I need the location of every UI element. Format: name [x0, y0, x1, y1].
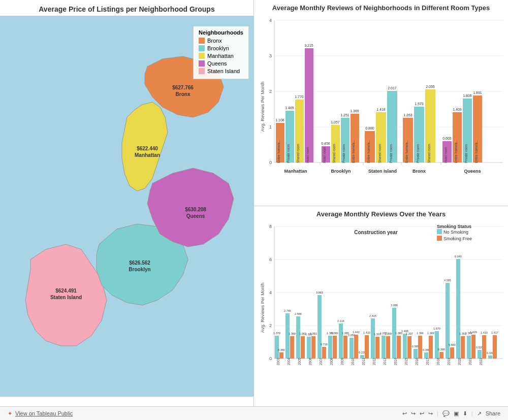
svg-text:0.456: 0.456 [321, 142, 330, 145]
svg-text:1.410: 1.410 [363, 331, 370, 334]
bottom-chart-title: Average Monthly Reviews Over the Years [257, 210, 505, 219]
bar-2019-nosmoking [446, 283, 450, 359]
svg-text:0: 0 [269, 160, 272, 165]
left-panel: Average Price of Listings per Neighborho… [0, 0, 254, 406]
top-chart-title: Average Monthly Reviews of Neighborhoods… [257, 4, 505, 13]
svg-text:3: 3 [269, 53, 272, 58]
top-y-axis-label: Avg. Reviews Per Month [260, 82, 265, 132]
svg-text:3.863: 3.863 [316, 291, 323, 294]
svg-text:2017: 2017 [426, 358, 429, 365]
svg-text:Hotel room: Hotel room [306, 147, 309, 163]
brooklyn-name-label: Brooklyn [129, 267, 150, 272]
svg-text:3.088: 3.088 [391, 304, 398, 307]
undo-icon[interactable]: ↩ [402, 410, 407, 417]
bar-2020-smokingfree [461, 336, 465, 359]
legend-item-staten: Staten Island [199, 68, 243, 74]
svg-text:1.263: 1.263 [403, 113, 412, 117]
legend-item-brooklyn: Brooklyn [199, 45, 243, 51]
share-label[interactable]: Share [486, 410, 500, 416]
smoking-free-legend-label: Smoking Free [443, 236, 472, 241]
bronx-label: Bronx [207, 38, 222, 44]
staten-color [199, 68, 205, 74]
tableau-link[interactable]: View on Tableau Public [15, 410, 73, 416]
svg-text:1.108: 1.108 [275, 118, 284, 122]
right-panel: Average Monthly Reviews of Neighborhoods… [254, 0, 508, 406]
staten-group-label: Staten Island [368, 169, 397, 174]
present-icon[interactable]: ▣ [454, 410, 459, 417]
bottom-bar-chart-svg: Avg. Reviews Per Month 0 2 4 6 8 [259, 221, 508, 402]
bar-2014-smokingfree [397, 336, 401, 359]
svg-text:2.746: 2.746 [284, 309, 291, 312]
svg-text:0.388: 0.388 [438, 348, 445, 351]
no-smoking-legend-color [437, 229, 442, 234]
svg-text:2.114: 2.114 [337, 319, 344, 322]
svg-text:1.359: 1.359 [385, 332, 392, 335]
manhattan-name-label: Manhattan [135, 152, 160, 158]
top-chart: Average Monthly Reviews of Neighborhoods… [254, 0, 508, 206]
top-bar-chart-svg: Avg. Reviews Per Month 0 1 [259, 15, 508, 196]
queens-price-label: $630.208 [185, 207, 206, 212]
bar-after-smokingfree [493, 335, 497, 359]
footer: ✦ View on Tableau Public ↩ ↪ ↩ ↪ | 💬 ▣ ⬇… [0, 406, 508, 420]
svg-text:1.369: 1.369 [350, 109, 359, 113]
construction-year-label: Construction year [354, 230, 398, 235]
svg-text:2011: 2011 [362, 358, 365, 365]
queens-label: Queens [207, 60, 227, 67]
queens-color [199, 60, 205, 67]
no-smoking-legend-label: No Smoking [443, 230, 468, 235]
svg-text:Entire home/a...: Entire home/a... [277, 140, 280, 163]
svg-text:0.718: 0.718 [321, 343, 328, 346]
svg-text:1.573: 1.573 [415, 102, 424, 106]
smoking-free-legend-color [437, 236, 442, 241]
bar-2018-nosmoking [435, 331, 439, 359]
download-icon[interactable]: ⬇ [463, 410, 467, 417]
redo-icon[interactable]: ↪ [411, 410, 416, 417]
bar-2013-smokingfree [386, 336, 390, 359]
bar-2017-smokingfree [429, 336, 433, 359]
bar-2010-smokingfree [354, 335, 358, 359]
bar-2003-nosmoking [275, 336, 279, 359]
forward-icon[interactable]: ↪ [428, 410, 433, 417]
svg-text:8: 8 [269, 224, 272, 229]
back-icon[interactable]: ↩ [420, 410, 424, 417]
svg-text:1.369: 1.369 [427, 332, 434, 335]
comment-icon[interactable]: 💬 [442, 410, 450, 417]
svg-text:2014: 2014 [394, 358, 397, 365]
svg-text:Hotel room: Hotel room [323, 147, 326, 163]
legend-item-manhattan: Manhattan [199, 53, 243, 59]
svg-text:2015: 2015 [404, 358, 408, 365]
svg-text:2021: 2021 [468, 358, 472, 365]
svg-text:4: 4 [269, 290, 272, 295]
svg-text:3.215: 3.215 [304, 44, 313, 47]
bar-2005-smokingfree [301, 336, 305, 359]
svg-text:Shared room: Shared room [332, 144, 336, 163]
queens-name-label: Queens [186, 213, 205, 219]
svg-text:Entire home/a...: Entire home/a... [367, 140, 370, 163]
bar-2021-nosmoking [467, 336, 471, 359]
svg-text:Private room: Private room [416, 144, 420, 163]
svg-text:2004: 2004 [287, 358, 291, 365]
svg-text:2016: 2016 [415, 358, 419, 365]
bar-2007-smokingfree [322, 347, 326, 359]
bar-2004-nosmoking [285, 313, 290, 359]
svg-text:0.603: 0.603 [442, 137, 452, 140]
bronx-color [199, 38, 205, 44]
svg-text:1.409: 1.409 [453, 108, 462, 111]
svg-text:1.390: 1.390 [417, 332, 424, 335]
svg-text:1.805: 1.805 [463, 94, 472, 98]
svg-text:1.442: 1.442 [353, 331, 360, 334]
svg-text:1.379: 1.379 [273, 332, 280, 335]
bar-2019-smokingfree [450, 347, 454, 359]
svg-text:2006: 2006 [308, 358, 312, 365]
bar-2010-nosmoking [350, 338, 354, 359]
svg-text:1.891: 1.891 [473, 91, 482, 94]
bar-2003-smokingfree [279, 352, 283, 359]
svg-text:0.160: 0.160 [487, 351, 494, 354]
svg-text:2: 2 [269, 89, 272, 94]
legend-item-queens: Queens [199, 60, 243, 67]
svg-text:1.465: 1.465 [285, 106, 294, 110]
bar-2012-nosmoking [371, 318, 375, 359]
svg-text:Hotel room: Hotel room [444, 147, 448, 163]
share-icon[interactable]: ↗ [477, 410, 482, 417]
bar-2017-nosmoking [424, 352, 428, 359]
